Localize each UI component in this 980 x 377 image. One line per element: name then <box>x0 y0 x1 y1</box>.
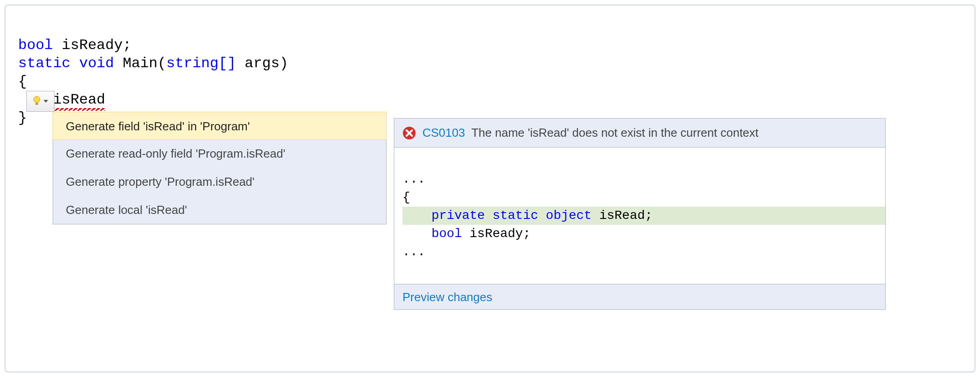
brace-open: { <box>18 73 27 90</box>
keyword-static: static <box>18 55 70 72</box>
preview-changes-link[interactable]: Preview changes <box>394 284 885 309</box>
array-brackets: [] <box>219 55 236 72</box>
action-generate-readonly-field[interactable]: Generate read-only field 'Program.isRead… <box>53 139 386 168</box>
error-row: CS0103 The name 'isRead' does not exist … <box>394 119 885 148</box>
error-icon <box>402 126 416 140</box>
error-token-isread[interactable]: isRead <box>53 91 105 109</box>
method-name: Main( <box>114 55 166 72</box>
diff-ellipsis: ... <box>402 245 425 259</box>
editor-viewport: bool isReady; static void Main(string[] … <box>5 5 975 372</box>
diff-ellipsis: ... <box>402 172 425 186</box>
quick-actions-menu: Generate field 'isRead' in 'Program' Gen… <box>53 112 387 224</box>
lightbulb-icon <box>33 96 41 107</box>
error-message: The name 'isRead' does not exist in the … <box>471 126 759 140</box>
brace-close: } <box>18 109 27 126</box>
svg-point-0 <box>34 96 40 103</box>
diff-added-line: private static object isRead; <box>402 207 885 225</box>
diff-context-line: bool isReady; <box>402 227 530 241</box>
field-name: isReady; <box>53 37 132 54</box>
svg-rect-1 <box>35 103 38 105</box>
param-type: string <box>166 55 218 72</box>
keyword-void: void <box>79 55 114 72</box>
action-generate-field[interactable]: Generate field 'isRead' in 'Program' <box>53 112 387 140</box>
action-generate-property[interactable]: Generate property 'Program.isRead' <box>53 168 386 196</box>
diff-brace-open: { <box>402 190 410 204</box>
quick-actions-button[interactable] <box>26 91 54 112</box>
action-generate-local[interactable]: Generate local 'isRead' <box>53 196 386 224</box>
diff-preview: ... { private static object isRead;bool … <box>394 148 885 284</box>
error-code-link[interactable]: CS0103 <box>422 126 465 140</box>
keyword-bool: bool <box>18 37 53 54</box>
quick-action-preview-panel: CS0103 The name 'isRead' does not exist … <box>394 118 886 310</box>
param-name: args) <box>236 55 288 72</box>
chevron-down-icon <box>44 100 48 103</box>
svg-marker-3 <box>44 100 48 103</box>
